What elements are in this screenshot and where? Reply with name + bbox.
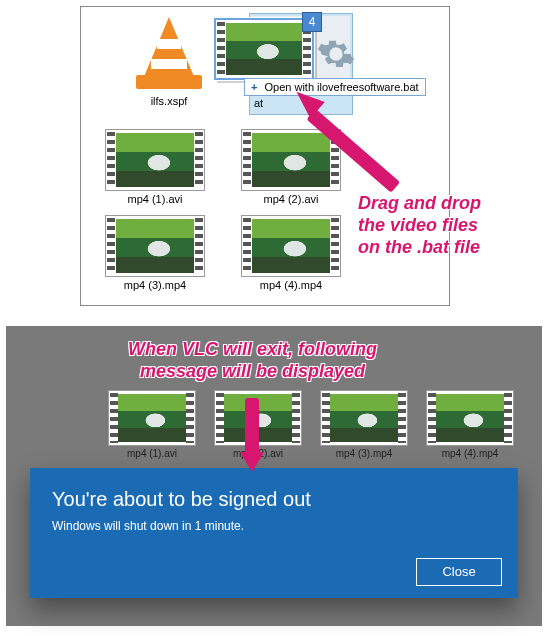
video-thumb-icon [241, 215, 341, 277]
file-label: ilfs.xspf [109, 95, 229, 108]
bg-file-row: mp4 (1).avi mp4 (2).avi mp4 (3).mp4 mp4 … [108, 390, 514, 459]
video-thumb-icon [108, 390, 196, 446]
dialog-body: Windows will shut down in 1 minute. [52, 519, 496, 533]
annotation-arrow-head-icon [240, 452, 264, 472]
file-label: mp4 (3).mp4 [95, 279, 215, 292]
annotation-line: When VLC will exit, following [128, 338, 377, 360]
open-with-tooltip: + Open with ilovefreesoftware.bat [244, 78, 426, 96]
file-video-3[interactable]: mp4 (3).mp4 [95, 215, 215, 292]
close-button[interactable]: Close [416, 558, 502, 586]
plus-icon: + [251, 81, 257, 93]
file-label: mp4 (1).avi [108, 448, 196, 459]
bg-file: mp4 (4).mp4 [426, 390, 514, 459]
video-thumb-icon [105, 215, 205, 277]
annotation-line: Drag and drop [358, 192, 481, 214]
video-thumb-icon [241, 129, 341, 191]
file-video-1[interactable]: mp4 (1).avi [95, 129, 215, 206]
video-thumb-icon [426, 390, 514, 446]
video-thumb-icon [105, 129, 205, 191]
drag-count-badge: 4 [302, 12, 322, 32]
gear-icon [316, 34, 356, 74]
file-label: mp4 (4).mp4 [426, 448, 514, 459]
file-xspf[interactable]: ilfs.xspf [109, 13, 229, 108]
dialog-title: You're about to be signed out [52, 488, 496, 511]
tooltip-target: ilovefreesoftware.bat [317, 81, 419, 93]
vlc-cone-icon [134, 13, 204, 93]
file-label: mp4 (2).avi [231, 193, 351, 206]
file-label: mp4 (4).mp4 [231, 279, 351, 292]
file-label: mp4 (1).avi [95, 193, 215, 206]
signout-dialog: You're about to be signed out Windows wi… [30, 468, 518, 598]
video-thumb-icon [216, 20, 312, 78]
drag-ghost [214, 18, 314, 80]
file-label: mp4 (3).mp4 [320, 448, 408, 459]
annotation-line: the video files [358, 214, 481, 236]
annotation-top: Drag and drop the video files on the .ba… [358, 192, 481, 258]
annotation-bottom: When VLC will exit, following message wi… [128, 338, 377, 382]
file-video-4[interactable]: mp4 (4).mp4 [231, 215, 351, 292]
video-thumb-icon [320, 390, 408, 446]
bg-file: mp4 (3).mp4 [320, 390, 408, 459]
annotation-line: on the .bat file [358, 236, 481, 258]
annotation-line: message will be displayed [128, 360, 377, 382]
bg-file: mp4 (1).avi [108, 390, 196, 459]
annotation-arrow-shaft [245, 398, 259, 456]
